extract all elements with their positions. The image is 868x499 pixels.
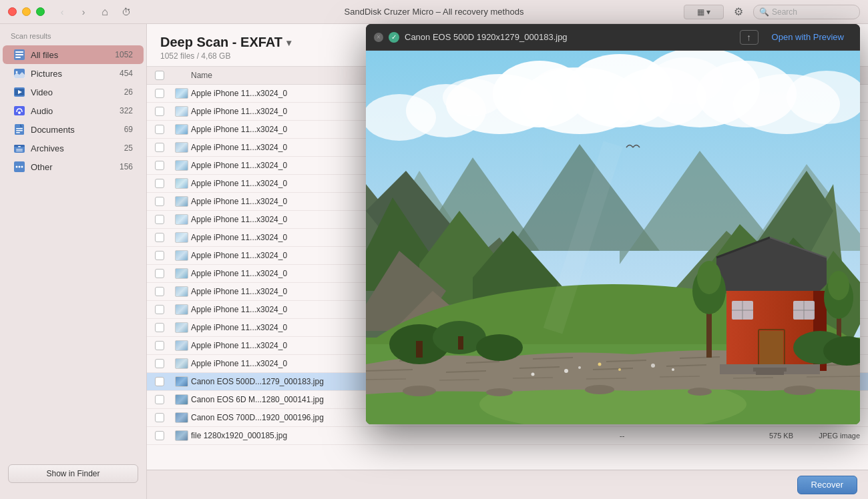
svg-point-63 [585, 385, 614, 394]
title-right: ▦ ▾ ⚙ 🔍 Search [684, 5, 860, 19]
row-checkbox[interactable] [155, 143, 164, 152]
close-icon: × [377, 33, 381, 41]
traffic-lights [8, 7, 45, 16]
row-checkbox[interactable] [155, 125, 164, 134]
preview-close-button[interactable]: × [374, 33, 383, 42]
open-with-preview-button[interactable]: Open with Preview [764, 30, 852, 45]
row-checkbox[interactable] [155, 359, 164, 368]
audio-icon [13, 105, 25, 117]
file-thumbnail [175, 124, 188, 135]
svg-rect-18 [18, 146, 21, 147]
window-title: SandDisk Cruzer Micro – All recovery met… [345, 7, 524, 17]
share-icon: ↑ [746, 32, 751, 43]
row-checkbox[interactable] [155, 233, 164, 242]
svg-point-22 [16, 166, 18, 168]
svg-point-95 [564, 369, 568, 373]
sidebar-item-archives[interactable]: Archives 25 [3, 139, 144, 157]
dropdown-arrow-icon[interactable]: ▾ [286, 37, 291, 48]
sidebar-item-audio[interactable]: Audio 322 [3, 101, 144, 120]
file-name: file 1280x1920_000185.jpg [191, 431, 620, 440]
svg-point-61 [403, 386, 436, 396]
svg-rect-11 [15, 124, 24, 135]
sidebar: Scan results All files 1052 Pictures 454 [0, 24, 147, 499]
minimize-window-button[interactable] [22, 7, 31, 16]
sidebar-item-pictures[interactable]: Pictures 454 [3, 64, 144, 83]
sidebar-item-documents[interactable]: Documents 69 [3, 120, 144, 139]
row-checkbox[interactable] [155, 197, 164, 206]
svg-rect-15 [16, 132, 20, 133]
row-checkbox[interactable] [155, 269, 164, 278]
row-checkbox[interactable] [155, 431, 164, 440]
svg-point-87 [828, 271, 849, 300]
row-checkbox[interactable] [155, 89, 164, 98]
search-bar[interactable]: 🔍 Search [753, 5, 860, 19]
row-checkbox[interactable] [155, 395, 164, 404]
row-checkbox[interactable] [155, 287, 164, 296]
recover-button[interactable]: Recover [797, 476, 857, 494]
documents-icon [13, 123, 25, 135]
pictures-icon [13, 67, 25, 79]
video-label: Video [31, 87, 119, 97]
table-row[interactable]: file 1280x1920_000185.jpg -- 575 KB JPEG… [147, 427, 868, 445]
home-button[interactable]: ⌂ [95, 5, 114, 19]
mountain-landscape-image [366, 51, 860, 424]
svg-point-90 [476, 334, 523, 361]
nav-buttons: ‹ › [53, 5, 93, 19]
row-checkbox[interactable] [155, 413, 164, 422]
archives-label: Archives [31, 143, 119, 153]
svg-point-38 [650, 57, 723, 104]
close-window-button[interactable] [8, 7, 17, 16]
file-thumbnail [175, 250, 188, 261]
file-thumbnail [175, 178, 188, 189]
maximize-window-button[interactable] [36, 7, 45, 16]
file-type: JPEG image [793, 432, 860, 440]
file-thumbnail [175, 394, 188, 405]
svg-point-97 [531, 373, 535, 376]
file-thumbnail [175, 214, 188, 225]
file-thumbnail [175, 376, 188, 387]
other-label: Other [31, 162, 114, 172]
forward-button[interactable]: › [74, 5, 93, 19]
search-placeholder: Search [772, 7, 797, 17]
other-icon [13, 161, 25, 173]
row-checkbox[interactable] [155, 377, 164, 386]
show-in-finder-button[interactable]: Show in Finder [8, 464, 138, 483]
sidebar-item-video[interactable]: Video 26 [3, 83, 144, 101]
share-button[interactable]: ↑ [740, 30, 758, 45]
svg-point-101 [618, 368, 621, 371]
all-files-icon [13, 49, 25, 61]
row-checkbox[interactable] [155, 305, 164, 314]
file-thumbnail [175, 412, 188, 423]
file-date: -- [620, 432, 740, 440]
bottom-bar: Recover [147, 470, 868, 499]
row-checkbox[interactable] [155, 107, 164, 116]
select-all-checkbox[interactable] [155, 71, 164, 80]
search-icon: 🔍 [759, 7, 769, 17]
row-checkbox[interactable] [155, 161, 164, 170]
view-toggle-button[interactable]: ▦ ▾ [684, 5, 724, 19]
file-thumbnail [175, 322, 188, 333]
svg-point-37 [533, 67, 600, 107]
svg-point-10 [18, 111, 21, 114]
svg-point-84 [697, 261, 721, 294]
row-checkbox[interactable] [155, 323, 164, 332]
row-checkbox[interactable] [155, 179, 164, 188]
settings-button[interactable]: ⚙ [729, 5, 748, 19]
row-checkbox[interactable] [155, 215, 164, 224]
svg-point-36 [366, 94, 436, 141]
svg-point-24 [21, 166, 23, 168]
history-button[interactable]: ⏱ [117, 5, 136, 19]
documents-count: 69 [124, 125, 133, 134]
row-checkbox[interactable] [155, 341, 164, 350]
svg-point-100 [598, 363, 602, 366]
sidebar-item-other[interactable]: Other 156 [3, 157, 144, 176]
pictures-count: 454 [120, 69, 133, 78]
file-thumbnail [175, 142, 188, 153]
row-checkbox[interactable] [155, 251, 164, 260]
checkmark-icon: ✓ [391, 33, 397, 41]
svg-point-96 [578, 366, 581, 369]
documents-label: Documents [31, 125, 119, 135]
sidebar-item-all-files[interactable]: All files 1052 [3, 45, 144, 64]
back-button[interactable]: ‹ [53, 5, 71, 19]
svg-point-98 [651, 364, 655, 368]
